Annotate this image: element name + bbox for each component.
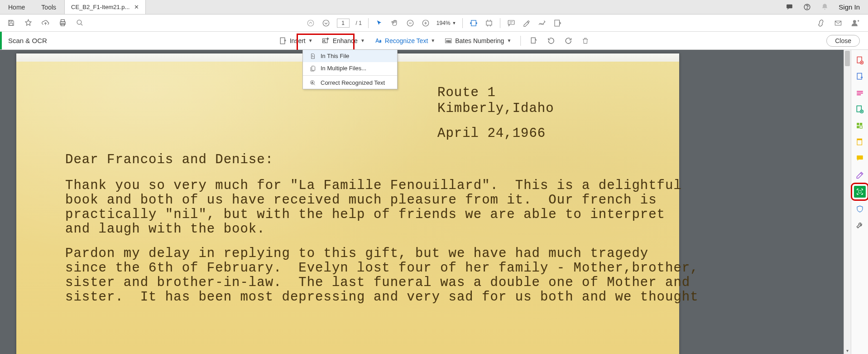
recognize-text-menu[interactable]: Recognize Text▼ xyxy=(374,37,435,44)
svg-rect-16 xyxy=(555,20,560,26)
svg-rect-24 xyxy=(531,38,535,43)
doc-line: Pardon my delay in replying to this gift… xyxy=(65,246,648,261)
separator xyxy=(462,18,463,28)
document-tab-title: CE_B2_F1-Item21.p... xyxy=(71,4,129,10)
doc-line: Dear Francois and Denise: xyxy=(65,152,273,167)
rail-fill-sign-icon[interactable] xyxy=(855,137,865,147)
page-up-icon[interactable] xyxy=(306,19,315,28)
document-tab[interactable]: CE_B2_F1-Item21.p... ✕ xyxy=(64,0,146,14)
insert-menu[interactable]: Insert▼ xyxy=(279,37,313,45)
page-down-icon[interactable] xyxy=(321,19,331,28)
help-icon[interactable] xyxy=(803,3,811,11)
sign-in-link[interactable]: Sign In xyxy=(839,3,860,11)
scrollbar-thumb[interactable] xyxy=(845,51,850,66)
mail-icon[interactable] xyxy=(834,19,843,28)
save-icon[interactable] xyxy=(6,19,15,28)
subtoolbar-title: Scan & OCR xyxy=(2,37,47,44)
svg-point-2 xyxy=(807,8,807,9)
doc-line: Thank you so very much for "La Famille F… xyxy=(65,178,682,193)
bell-icon[interactable] xyxy=(821,3,829,11)
svg-rect-3 xyxy=(9,20,12,22)
zoom-out-icon[interactable] xyxy=(406,19,415,28)
rail-edit-pdf-icon[interactable] xyxy=(855,88,865,98)
fit-width-icon[interactable] xyxy=(469,19,478,28)
file-icon xyxy=(309,53,316,59)
recognize-text-dropdown: In This File In Multiple Files... A Corr… xyxy=(302,49,398,89)
doc-line: since the 6th of February. Evelyn lost f… xyxy=(65,261,699,276)
rotate-ccw-icon[interactable] xyxy=(547,37,555,45)
chat-icon[interactable] xyxy=(786,3,793,11)
share-user-icon[interactable] xyxy=(851,19,860,28)
vertical-scrollbar[interactable]: ▾ xyxy=(844,50,851,354)
enhance-menu[interactable]: Enhance▼ xyxy=(322,37,365,45)
svg-point-10 xyxy=(323,20,329,26)
doc-line: sister and brother-in-law. The last fune… xyxy=(65,275,690,290)
print-icon[interactable] xyxy=(58,19,67,28)
close-tab-icon[interactable]: ✕ xyxy=(134,4,139,10)
svg-rect-36 xyxy=(860,123,862,125)
fit-page-icon[interactable] xyxy=(484,19,494,28)
doc-line: book and both of us have received much p… xyxy=(65,193,657,208)
magnify-a-icon: A xyxy=(309,79,316,86)
stamp-icon[interactable] xyxy=(553,19,562,28)
pointer-tool-icon[interactable] xyxy=(375,19,384,28)
nav-home[interactable]: Home xyxy=(0,0,33,14)
search-zoom-icon[interactable] xyxy=(75,19,84,28)
svg-rect-14 xyxy=(486,21,492,25)
rail-comment-icon[interactable] xyxy=(855,153,865,163)
rail-pencil-icon[interactable] xyxy=(855,170,865,179)
rotate-cw-icon[interactable] xyxy=(564,37,572,45)
files-icon xyxy=(309,65,316,72)
comment-icon[interactable] xyxy=(507,19,516,28)
document-canvas[interactable]: Route 1 Kimberly,Idaho April 24,1966 Dea… xyxy=(0,50,851,354)
svg-rect-15 xyxy=(508,20,515,24)
scroll-down-arrow[interactable]: ▾ xyxy=(844,347,851,354)
menu-in-this-file[interactable]: In This File xyxy=(303,50,397,62)
svg-rect-41 xyxy=(857,155,863,160)
rail-protect-icon[interactable] xyxy=(855,204,865,214)
rail-more-tools-icon[interactable] xyxy=(855,220,865,230)
zoom-in-icon[interactable] xyxy=(421,19,430,28)
svg-point-18 xyxy=(853,20,856,23)
doc-line: Kimberly,Idaho xyxy=(437,101,554,116)
separator xyxy=(368,18,369,28)
svg-rect-30 xyxy=(857,91,863,92)
svg-rect-31 xyxy=(857,92,863,93)
separator xyxy=(500,18,500,28)
highlight-icon[interactable] xyxy=(522,19,531,28)
star-icon[interactable] xyxy=(24,19,33,28)
svg-rect-17 xyxy=(835,21,841,25)
hand-tool-icon[interactable] xyxy=(390,19,399,28)
svg-rect-32 xyxy=(857,94,861,95)
svg-rect-38 xyxy=(860,126,862,128)
svg-rect-6 xyxy=(61,19,64,22)
doc-line: and laugh with the book. xyxy=(65,222,265,237)
rail-organize-icon[interactable] xyxy=(855,121,865,131)
crop-icon[interactable] xyxy=(530,37,538,45)
doc-line: practically "nil", but with the help of … xyxy=(65,207,665,222)
page-number-input[interactable]: 1 xyxy=(337,19,350,28)
menu-in-multiple-files[interactable]: In Multiple Files... xyxy=(303,62,397,74)
sign-icon[interactable] xyxy=(537,19,547,28)
zoom-select[interactable]: 194%▼ xyxy=(436,20,456,26)
nav-tools[interactable]: Tools xyxy=(33,0,64,14)
separator xyxy=(520,36,521,46)
menu-correct-text[interactable]: A Correct Recognized Text xyxy=(303,77,397,89)
close-tool-button[interactable]: Close xyxy=(826,35,860,47)
rail-scan-ocr-icon[interactable] xyxy=(854,186,866,198)
delete-icon[interactable] xyxy=(581,37,589,45)
page-total-label: / 1 xyxy=(356,20,362,26)
rail-export-pdf-icon[interactable] xyxy=(855,72,865,82)
svg-rect-7 xyxy=(61,24,64,26)
scanned-page: Route 1 Kimberly,Idaho April 24,1966 Dea… xyxy=(16,53,679,354)
svg-rect-4 xyxy=(9,23,12,25)
doc-line: April 24,1966 xyxy=(437,126,546,141)
svg-rect-29 xyxy=(857,73,862,79)
rail-create-pdf-icon[interactable] xyxy=(855,55,865,65)
rail-combine-icon[interactable] xyxy=(855,104,865,114)
bates-numbering-menu[interactable]: 032 Bates Numbering▼ xyxy=(444,37,511,44)
menu-divider xyxy=(303,75,397,76)
link-icon[interactable] xyxy=(816,19,825,28)
cloud-upload-icon[interactable] xyxy=(41,19,50,28)
svg-rect-42 xyxy=(858,190,861,193)
